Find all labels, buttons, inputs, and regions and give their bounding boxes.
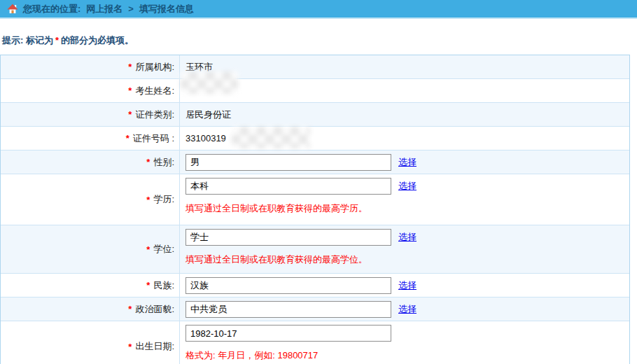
required-asterisk: * [128,342,132,352]
form-row-political-status: *政治面貌:选择 [1,298,629,321]
breadcrumb-item-online-registration[interactable]: 网上报名 [86,3,122,15]
organization-label-text: 所属机构: [135,61,174,74]
candidate-name-value-cell [180,79,629,102]
ethnicity-label: *民族: [1,274,180,297]
form-row-degree: *学位:选择填写通过全日制或在职教育获得的最高学位。 [1,225,629,274]
gender-label: *性别: [1,150,180,174]
education-label-text: 学历: [153,193,174,206]
required-fields-tip: 提示: 标记为*的部分为必填项。 [2,34,134,47]
political-status-input[interactable] [186,301,391,318]
required-asterisk: * [146,157,150,167]
degree-input[interactable] [186,229,391,246]
breadcrumb-location-label: 您现在的位置: [23,3,80,15]
breadcrumb: 您现在的位置: 网上报名 > 填写报名信息 [23,3,200,15]
required-asterisk: * [128,62,132,72]
gender-value-cell: 选择 [180,150,629,174]
candidate-name-label: *考生姓名: [1,79,180,102]
form-row-education: *学历:选择填写通过全日制或在职教育获得的最高学历。 [1,174,629,225]
id-number-label: *证件号码 : [1,127,180,150]
gender-label-text: 性别: [153,156,174,169]
birth-date-hint: 格式为: 年月日，例如: 19800717 [186,349,629,362]
id-type-label: *证件类别: [1,103,180,126]
registration-form-page: { "breadcrumb": { "location_label": "您现在… [0,0,637,364]
ethnicity-label-text: 民族: [153,279,174,292]
education-hint: 填写通过全日制或在职教育获得的最高学历。 [186,202,629,215]
breadcrumb-item-fill-info: 填写报名信息 [139,3,194,15]
political-status-label-text: 政治面貌: [135,303,174,316]
degree-hint: 填写通过全日制或在职教育获得的最高学位。 [186,253,629,266]
tip-asterisk: * [53,35,61,46]
id-type-value: 居民身份证 [186,108,629,121]
required-asterisk: * [128,109,132,120]
form-row-birth-date: *出生日期:格式为: 年月日，例如: 19800717 [1,321,629,364]
education-select-link[interactable]: 选择 [398,180,416,192]
breadcrumb-bar: 您现在的位置: 网上报名 > 填写报名信息 [0,0,637,19]
breadcrumb-separator: > [128,4,134,14]
tip-suffix: 的部分为必填项。 [61,35,134,46]
form-table: *所属机构:玉环市*考生姓名:*证件类别:居民身份证*证件号码 :3310031… [0,55,630,364]
required-asterisk: * [146,280,150,290]
organization-value-cell: 玉环市 [180,55,629,78]
education-value-cell: 选择填写通过全日制或在职教育获得的最高学历。 [180,174,629,225]
degree-label-text: 学位: [153,243,174,255]
gender-input[interactable] [186,154,391,171]
degree-value-cell: 选择填写通过全日制或在职教育获得的最高学位。 [180,225,629,273]
ethnicity-select-link[interactable]: 选择 [398,279,416,292]
birth-date-label: *出生日期: [1,321,180,364]
education-input[interactable] [186,178,391,195]
ethnicity-value-cell: 选择 [180,274,629,297]
form-row-organization: *所属机构:玉环市 [1,55,629,79]
id-number-label-text: 证件号码 : [133,132,174,145]
organization-label: *所属机构: [1,55,180,78]
tip-prefix: 提示: 标记为 [2,35,53,46]
gender-select-link[interactable]: 选择 [398,156,416,169]
required-asterisk: * [146,244,150,255]
redacted-id-number-area [232,127,310,148]
candidate-name-label-text: 考生姓名: [135,85,174,97]
form-row-id-type: *证件类别:居民身份证 [1,103,629,127]
political-status-value-cell: 选择 [180,298,629,321]
form-row-gender: *性别:选择 [1,150,629,174]
required-asterisk: * [126,133,130,144]
required-asterisk: * [128,85,132,96]
id-type-value-cell: 居民身份证 [180,103,629,126]
form-row-ethnicity: *民族:选择 [1,274,629,298]
birth-date-value-cell: 格式为: 年月日，例如: 19800717 [180,321,629,364]
ethnicity-input[interactable] [186,277,391,294]
home-icon [7,4,18,15]
required-asterisk: * [146,195,150,205]
political-status-select-link[interactable]: 选择 [398,303,416,316]
birth-date-label-text: 出生日期: [135,340,174,353]
id-type-label-text: 证件类别: [135,108,174,121]
degree-label: *学位: [1,225,180,273]
form-row-candidate-name: *考生姓名: [1,79,629,103]
political-status-label: *政治面貌: [1,298,180,321]
required-asterisk: * [128,304,132,314]
form-row-id-number: *证件号码 :33100319 [1,127,629,150]
redacted-name-area [181,71,238,94]
birth-date-input[interactable] [186,325,391,342]
education-label: *学历: [1,174,180,225]
organization-value: 玉环市 [186,61,629,74]
degree-select-link[interactable]: 选择 [398,231,416,244]
